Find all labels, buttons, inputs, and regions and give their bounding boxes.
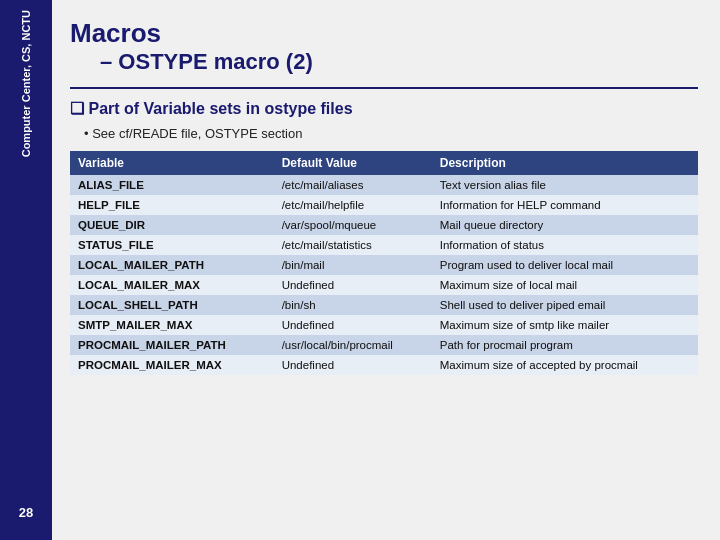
title-section: Macros – OSTYPE macro (2) (70, 18, 698, 75)
table-row: HELP_FILE/etc/mail/helpfileInformation f… (70, 195, 698, 215)
cell-default: /etc/mail/aliases (274, 175, 432, 195)
col-header-default: Default Value (274, 151, 432, 175)
table-row: PROCMAIL_MAILER_PATH/usr/local/bin/procm… (70, 335, 698, 355)
cell-variable: STATUS_FILE (70, 235, 274, 255)
cell-description: Shell used to deliver piped email (432, 295, 698, 315)
col-header-description: Description (432, 151, 698, 175)
main-content: Macros – OSTYPE macro (2) ❑ Part of Vari… (52, 0, 720, 540)
cell-variable: SMTP_MAILER_MAX (70, 315, 274, 335)
table-row: LOCAL_SHELL_PATH/bin/shShell used to del… (70, 295, 698, 315)
page-title-sub: – OSTYPE macro (2) (100, 49, 698, 75)
cell-default: /bin/mail (274, 255, 432, 275)
cell-description: Path for procmail program (432, 335, 698, 355)
table-row: LOCAL_MAILER_MAXUndefinedMaximum size of… (70, 275, 698, 295)
cell-description: Program used to deliver local mail (432, 255, 698, 275)
variables-table: Variable Default Value Description ALIAS… (70, 151, 698, 375)
cell-default: Undefined (274, 315, 432, 335)
table-row: QUEUE_DIR/var/spool/mqueueMail queue dir… (70, 215, 698, 235)
cell-default: Undefined (274, 355, 432, 375)
table-row: STATUS_FILE/etc/mail/statisticsInformati… (70, 235, 698, 255)
cell-description: Information of status (432, 235, 698, 255)
table-row: SMTP_MAILER_MAXUndefinedMaximum size of … (70, 315, 698, 335)
cell-variable: PROCMAIL_MAILER_PATH (70, 335, 274, 355)
sidebar: Computer Center, CS, NCTU 28 (0, 0, 52, 540)
table-row: ALIAS_FILE/etc/mail/aliasesText version … (70, 175, 698, 195)
sidebar-label: Computer Center, CS, NCTU (19, 10, 33, 157)
section-subtitle: ❑ Part of Variable sets in ostype files (70, 99, 698, 118)
cell-variable: LOCAL_MAILER_MAX (70, 275, 274, 295)
cell-variable: LOCAL_SHELL_PATH (70, 295, 274, 315)
subtitle-icon: ❑ (70, 100, 88, 117)
cell-description: Text version alias file (432, 175, 698, 195)
cell-variable: LOCAL_MAILER_PATH (70, 255, 274, 275)
cell-description: Maximum size of accepted by procmail (432, 355, 698, 375)
cell-variable: HELP_FILE (70, 195, 274, 215)
sidebar-page-number: 28 (19, 505, 33, 520)
cell-default: /etc/mail/statistics (274, 235, 432, 255)
bullet-point: See cf/READE file, OSTYPE section (84, 126, 698, 141)
cell-default: /var/spool/mqueue (274, 215, 432, 235)
cell-description: Information for HELP command (432, 195, 698, 215)
col-header-variable: Variable (70, 151, 274, 175)
cell-default: /bin/sh (274, 295, 432, 315)
page-title-main: Macros (70, 18, 698, 49)
table-row: LOCAL_MAILER_PATH/bin/mailProgram used t… (70, 255, 698, 275)
cell-default: /etc/mail/helpfile (274, 195, 432, 215)
cell-description: Maximum size of local mail (432, 275, 698, 295)
table-row: PROCMAIL_MAILER_MAXUndefinedMaximum size… (70, 355, 698, 375)
cell-description: Maximum size of smtp like mailer (432, 315, 698, 335)
cell-default: Undefined (274, 275, 432, 295)
cell-description: Mail queue directory (432, 215, 698, 235)
cell-variable: PROCMAIL_MAILER_MAX (70, 355, 274, 375)
table-header-row: Variable Default Value Description (70, 151, 698, 175)
cell-variable: QUEUE_DIR (70, 215, 274, 235)
cell-default: /usr/local/bin/procmail (274, 335, 432, 355)
title-divider (70, 87, 698, 89)
cell-variable: ALIAS_FILE (70, 175, 274, 195)
